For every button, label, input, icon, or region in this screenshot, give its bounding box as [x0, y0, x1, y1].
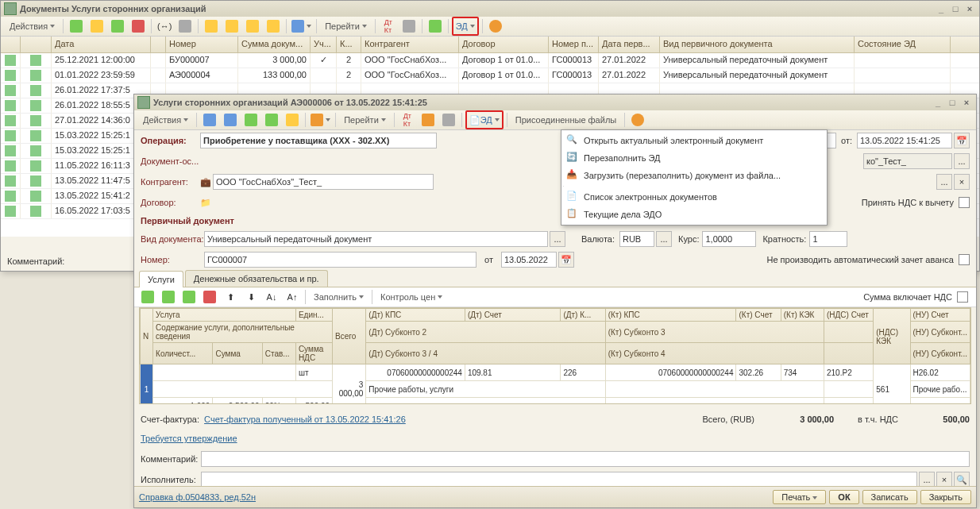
edit-row-icon[interactable] [179, 289, 199, 305]
filter1-icon[interactable] [202, 18, 221, 34]
based-on-icon[interactable] [283, 112, 302, 128]
executor-input[interactable] [201, 472, 917, 488]
minimize-button[interactable]: _ [932, 97, 944, 108]
maximize-button[interactable]: □ [949, 3, 962, 14]
parent-titlebar: Документы Услуги сторонних организаций _… [1, 1, 979, 17]
ed-dropdown-button[interactable]: ЭД [452, 17, 479, 36]
more-button[interactable]: ... [919, 472, 935, 488]
attached-files-button[interactable]: Присоединенные файлы [511, 112, 621, 128]
close-button[interactable]: × [960, 97, 973, 108]
nomer-input[interactable]: ГС000007 [204, 252, 476, 268]
operation-input[interactable]: Приобретение у поставщика (XXX - 302.XX) [200, 133, 437, 148]
tab-obligations[interactable]: Денежные обязательства и пр. [185, 270, 328, 287]
date-input[interactable]: 13.05.2022 15:41:25 [857, 133, 952, 148]
clear-button[interactable]: × [936, 472, 952, 488]
minimize-button[interactable]: _ [935, 3, 947, 14]
add-icon[interactable] [67, 18, 86, 34]
filter2-icon[interactable] [222, 18, 241, 34]
services-table[interactable]: N Услуга Един... Всего (Дт) КПС (Дт) Сче… [139, 307, 971, 404]
mark-icon[interactable] [129, 18, 148, 34]
struct-icon[interactable] [309, 112, 332, 128]
ed-dropdown-button[interactable]: 📄ЭД [465, 110, 504, 129]
print-button[interactable]: Печать [773, 490, 826, 504]
up-icon[interactable]: ⬆ [221, 289, 240, 305]
doc-osn-input[interactable]: ко"_Тест_ [863, 153, 952, 169]
print-icon[interactable] [439, 112, 458, 128]
menu-open-current-ed[interactable]: 🔍Открыть актуальный электронный документ [563, 132, 825, 149]
down-icon[interactable]: ⬇ [241, 289, 260, 305]
menu-refill-ed[interactable]: 🔄Перезаполнить ЭД [563, 149, 825, 167]
unpost-icon[interactable] [262, 112, 281, 128]
edit-icon[interactable] [108, 18, 127, 34]
doc-icon[interactable] [399, 18, 419, 34]
menu-ed-list[interactable]: 📄Список электронных документов [563, 188, 825, 206]
valuta-input[interactable]: RUB [619, 231, 654, 247]
kratnost-input[interactable]: 1 [809, 231, 847, 247]
more-button[interactable]: ... [550, 231, 565, 247]
approval-link[interactable]: Требуется утверждение [141, 434, 237, 443]
calendar-icon[interactable]: 📅 [558, 252, 574, 268]
copy-row-icon[interactable] [159, 289, 178, 305]
help-icon[interactable] [628, 112, 647, 128]
window-icon [137, 96, 150, 109]
vid-doc-input[interactable]: Универсальный передаточный документ [204, 231, 548, 247]
calendar-icon[interactable]: 📅 [954, 133, 970, 148]
reference-link[interactable]: Справка ф.0504833, ред.52н [139, 492, 256, 502]
comment-input[interactable] [201, 451, 970, 467]
close-button[interactable]: Закрыть [920, 490, 971, 504]
copy-icon[interactable] [87, 18, 106, 34]
post-close-icon[interactable] [200, 112, 219, 128]
maximize-button[interactable]: □ [946, 97, 959, 108]
sort-asc-icon[interactable]: A↓ [262, 289, 281, 305]
calendar-icon[interactable] [419, 112, 438, 128]
invoice-link[interactable]: Счет-фактура полученный от 13.05.2022 15… [204, 415, 406, 424]
help-icon[interactable] [486, 18, 505, 34]
child-window: Услуги сторонних организаций АЭ000006 от… [133, 94, 977, 508]
refresh1-icon[interactable] [176, 18, 195, 34]
child-titlebar: Услуги сторонних организаций АЭ000006 от… [134, 94, 976, 110]
price-control-button[interactable]: Контроль цен [376, 289, 447, 305]
more-button[interactable]: ... [954, 153, 970, 169]
nds-checkbox[interactable] [959, 197, 970, 208]
clear-button[interactable]: × [954, 174, 970, 190]
actions-button[interactable]: Действия [138, 112, 193, 128]
child-toolbar: Действия Перейти ДтКт 📄ЭД Присоединенные… [134, 110, 976, 130]
goto-button[interactable]: Перейти [339, 112, 391, 128]
kontragent-input[interactable]: ООО "ГосСнабХоз"_Тест_ [213, 174, 434, 190]
save-button[interactable]: Записать [862, 490, 917, 504]
fill-button[interactable]: Заполнить [309, 289, 368, 305]
more-button[interactable]: ... [656, 231, 672, 247]
child-title: Услуги сторонних организаций АЭ000006 от… [153, 98, 427, 107]
menu-current-edo[interactable]: 📋Текущие дела ЭДО [563, 206, 825, 223]
operation-label: Операция: [141, 136, 200, 145]
date2-input[interactable]: 13.05.2022 [501, 252, 557, 268]
tab-services[interactable]: Услуги [139, 271, 183, 287]
nav1-icon[interactable]: (↔) [155, 18, 174, 34]
primary-doc-header: Первичный документ [134, 213, 976, 229]
kurs-input[interactable]: 1,0000 [702, 231, 756, 247]
filter4-icon[interactable] [264, 18, 283, 34]
avans-checkbox[interactable] [959, 254, 970, 265]
close-button[interactable]: × [963, 3, 976, 14]
dtkt-icon[interactable]: ДтКт [398, 112, 417, 128]
add-row-icon[interactable] [138, 289, 157, 305]
menu-load-from-file[interactable]: 📥Загрузить (перезаполнить) документ из ф… [563, 167, 825, 184]
sum-nds-checkbox[interactable] [957, 291, 968, 303]
footer: Справка ф.0504833, ред.52н Печать ОК Зап… [134, 486, 976, 507]
goto-button[interactable]: Перейти [320, 18, 372, 34]
actions-button[interactable]: Действия [5, 18, 60, 34]
search-icon[interactable]: 🔍 [954, 472, 970, 488]
delete-row-icon[interactable] [200, 289, 219, 305]
dtkt-icon[interactable]: ДтКт [379, 18, 398, 34]
refresh2-icon[interactable] [426, 18, 445, 34]
ok-button[interactable]: ОК [829, 490, 858, 504]
post-icon[interactable] [241, 112, 260, 128]
sort-desc-icon[interactable]: A↑ [283, 289, 302, 305]
comment-label: Комментарий: [7, 256, 64, 266]
save-icon[interactable] [221, 112, 240, 128]
more-button[interactable]: ... [936, 174, 952, 190]
parent-title: Документы Услуги сторонних организаций [20, 4, 206, 13]
filter3-icon[interactable] [243, 18, 262, 34]
post-icon[interactable] [290, 18, 313, 34]
tabs: Услуги Денежные обязательства и пр. [134, 270, 976, 287]
